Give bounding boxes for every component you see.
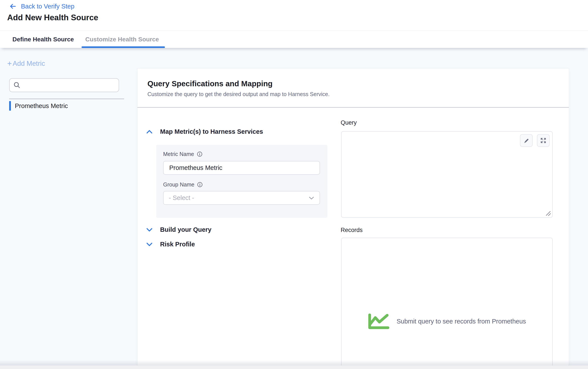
chevron-down-icon [146,227,153,232]
chevron-up-icon [146,129,153,134]
section-risk-profile-label: Risk Profile [160,241,195,248]
info-icon [197,182,203,188]
maximize-icon [540,137,546,144]
query-textarea[interactable] [341,131,553,218]
add-metric-button[interactable]: + Add Metric [7,60,45,68]
query-specifications-panel: Query Specifications and Mapping Customi… [137,68,569,366]
active-tab-underline [82,46,165,48]
map-metrics-form: Metric Name Group Name [156,145,327,218]
header: Back to Verify Step Add New Health Sourc… [0,0,588,30]
edit-query-button[interactable] [520,134,533,147]
add-metric-label: Add Metric [13,60,45,68]
chart-line-icon [368,313,389,329]
records-empty-state: Submit query to see records from Prometh… [342,313,552,329]
query-label: Query [341,119,357,126]
section-build-query-label: Build your Query [160,226,211,233]
back-link-label: Back to Verify Step [21,3,74,10]
page-title: Add New Health Source [7,13,98,22]
section-map-metrics-label: Map Metric(s) to Harness Services [160,128,263,135]
panel-title: Query Specifications and Mapping [147,79,273,88]
back-arrow-icon [9,3,17,10]
pencil-icon [523,137,530,144]
chevron-down-icon [309,196,314,200]
metric-search-box[interactable] [9,78,119,92]
search-icon [13,81,21,89]
metric-list-item[interactable]: Prometheus Metric [9,101,68,111]
metric-name-label: Metric Name [163,151,203,157]
records-box: Submit query to see records from Prometh… [341,238,553,366]
sidebar-divider [9,99,124,99]
select-placeholder: - Select - [169,194,194,201]
search-input[interactable] [24,82,115,89]
info-icon [197,151,203,157]
metric-item-label: Prometheus Metric [15,102,68,110]
expand-query-button[interactable] [537,134,550,147]
chevron-down-icon [146,242,153,247]
add-health-source-screen: Back to Verify Step Add New Health Sourc… [0,0,588,369]
records-label: Records [341,227,363,233]
tab-bar: Define Health Source Customize Health So… [0,30,588,48]
tab-customize-health-source[interactable]: Customize Health Source [85,31,159,48]
bottom-shadow [0,360,588,366]
group-name-label: Group Name [163,181,203,188]
section-build-query[interactable]: Build your Query [146,226,211,233]
resize-handle[interactable] [545,210,551,216]
section-map-metrics[interactable]: Map Metric(s) to Harness Services [146,128,263,135]
tab-define-health-source[interactable]: Define Health Source [12,31,74,48]
group-name-select[interactable]: - Select - [163,191,320,205]
section-risk-profile[interactable]: Risk Profile [146,241,195,248]
back-link[interactable]: Back to Verify Step [9,3,74,10]
plus-icon: + [7,60,12,68]
metric-name-input[interactable] [163,161,320,175]
panel-divider [137,107,569,108]
bottom-strip [0,366,588,369]
panel-subtitle: Customize the query to get the desired o… [147,91,330,97]
selected-indicator-bar [9,101,11,111]
records-empty-message: Submit query to see records from Prometh… [397,318,526,325]
